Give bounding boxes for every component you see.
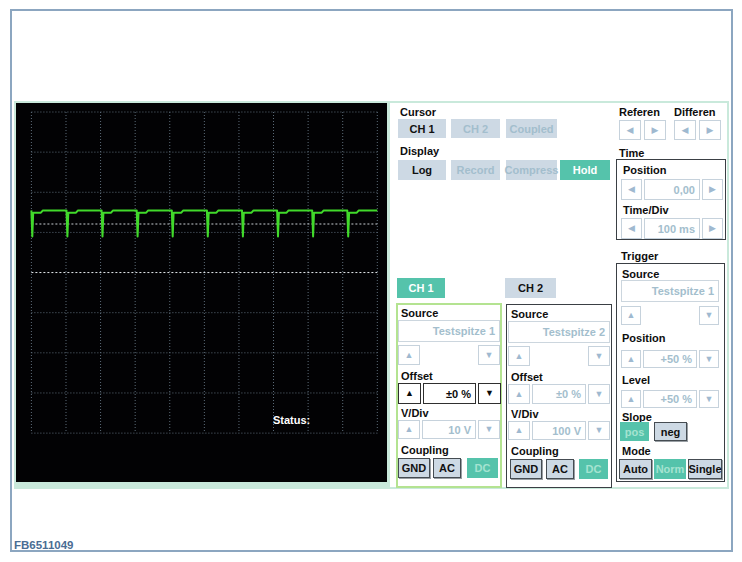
cursor-section-label: Cursor: [400, 107, 436, 118]
ch2-offset-up-button[interactable]: ▲: [508, 384, 530, 404]
ch1-vdiv-up-button[interactable]: ▲: [398, 420, 420, 439]
ch1-coupling-gnd-button[interactable]: GND: [398, 458, 430, 478]
display-record-button[interactable]: Record: [451, 160, 500, 180]
ch2-coupling-dc-button[interactable]: DC: [579, 459, 608, 479]
ch2-offset-value: ±0 %: [532, 384, 586, 404]
ch2-coupling-ac-button[interactable]: AC: [546, 459, 574, 479]
reference-section-label: Referen: [619, 107, 660, 118]
ch1-coupling-ac-button[interactable]: AC: [433, 458, 461, 478]
up-arrow-icon: ▲: [405, 389, 414, 398]
channel1-panel: Source Testspitze 1 ▲ ▼ Offset ▲ ±0 % ▼ …: [396, 303, 502, 488]
up-arrow-icon: ▲: [405, 351, 414, 360]
time-section-label: Time: [619, 148, 644, 159]
time-position-value: 0,00: [644, 179, 700, 200]
left-arrow-icon: ◀: [628, 185, 635, 194]
up-arrow-icon: ▲: [627, 311, 636, 320]
down-arrow-icon: ▼: [595, 390, 604, 399]
ch2-coupling-gnd-button[interactable]: GND: [510, 459, 542, 479]
trigger-mode-single-button[interactable]: Single: [688, 459, 722, 479]
left-arrow-icon: ◀: [682, 126, 689, 135]
ch2-source-down-button[interactable]: ▼: [588, 346, 610, 366]
trigger-source-label: Source: [622, 269, 659, 280]
ch2-vdiv-down-button[interactable]: ▼: [588, 421, 610, 440]
trigger-level-down-button[interactable]: ▼: [699, 390, 719, 408]
display-log-button[interactable]: Log: [398, 160, 446, 180]
trigger-source-down-button[interactable]: ▼: [699, 306, 719, 325]
time-position-increase-button[interactable]: ▶: [702, 179, 723, 200]
down-arrow-icon: ▼: [485, 425, 494, 434]
ch1-offset-down-button[interactable]: ▼: [478, 383, 501, 404]
ch1-offset-label: Offset: [401, 371, 433, 382]
difference-prev-button[interactable]: ◀: [674, 120, 696, 140]
trigger-slope-neg-button[interactable]: neg: [654, 422, 687, 441]
cursor-ch2-button[interactable]: CH 2: [451, 119, 500, 138]
down-arrow-icon: ▼: [595, 352, 604, 361]
time-div-decrease-button[interactable]: ◀: [621, 218, 642, 239]
down-arrow-icon: ▼: [485, 351, 494, 360]
down-arrow-icon: ▼: [705, 395, 714, 404]
cursor-coupled-button[interactable]: Coupled: [506, 119, 557, 138]
trigger-position-down-button[interactable]: ▼: [699, 350, 719, 368]
trigger-mode-auto-button[interactable]: Auto: [619, 459, 652, 479]
display-hold-button[interactable]: Hold: [560, 160, 610, 180]
trigger-position-value: +50 %: [643, 350, 697, 368]
trigger-position-up-button[interactable]: ▲: [621, 350, 641, 368]
time-position-decrease-button[interactable]: ◀: [621, 179, 642, 200]
down-arrow-icon: ▼: [485, 389, 494, 398]
ch1-coupling-label: Coupling: [401, 445, 449, 456]
channel2-select-button[interactable]: CH 2: [505, 278, 556, 298]
up-arrow-icon: ▲: [515, 352, 524, 361]
trigger-level-value: +50 %: [643, 390, 697, 408]
trigger-source-value: Testspitze 1: [621, 280, 719, 302]
ch2-offset-label: Offset: [511, 372, 543, 383]
ch1-offset-value: ±0 %: [423, 383, 476, 404]
channel2-panel: Source Testspitze 2 ▲ ▼ Offset ▲ ±0 % ▼ …: [506, 304, 612, 488]
ch2-vdiv-value: 100 V: [532, 421, 586, 440]
reference-prev-button[interactable]: ◀: [619, 120, 641, 140]
trigger-position-label: Position: [622, 333, 665, 344]
difference-next-button[interactable]: ▶: [699, 120, 721, 140]
trigger-mode-label: Mode: [622, 446, 651, 457]
right-arrow-icon: ▶: [709, 185, 716, 194]
time-position-label: Position: [623, 165, 666, 176]
ch1-vdiv-down-button[interactable]: ▼: [478, 420, 500, 439]
down-arrow-icon: ▼: [595, 426, 604, 435]
trigger-level-up-button[interactable]: ▲: [621, 390, 641, 408]
ch1-offset-up-button[interactable]: ▲: [398, 383, 421, 404]
ch2-source-up-button[interactable]: ▲: [508, 346, 530, 366]
left-arrow-icon: ◀: [627, 126, 634, 135]
oscilloscope-app: { "colors": { "frame_border": "#8ca6c0",…: [0, 0, 742, 562]
ch1-vdiv-value: 10 V: [422, 420, 476, 439]
ch1-vdiv-label: V/Div: [401, 408, 429, 419]
ch1-source-down-button[interactable]: ▼: [478, 345, 500, 365]
ch2-source-label: Source: [511, 309, 548, 320]
time-group-box: Position ◀ 0,00 ▶ Time/Div ◀ 100 ms ▶: [616, 159, 726, 240]
trigger-section-label: Trigger: [621, 251, 658, 262]
channel1-select-button[interactable]: CH 1: [397, 278, 445, 298]
ch2-offset-down-button[interactable]: ▼: [588, 384, 610, 404]
ch2-vdiv-label: V/Div: [511, 409, 539, 420]
document-code: FB6511049: [14, 539, 73, 551]
trigger-mode-norm-button[interactable]: Norm: [654, 459, 686, 479]
display-section-label: Display: [400, 146, 439, 157]
waveform-plot: [16, 103, 387, 482]
ch1-coupling-dc-button[interactable]: DC: [467, 458, 498, 478]
right-arrow-icon: ▶: [709, 224, 716, 233]
cursor-ch1-button[interactable]: CH 1: [398, 119, 446, 138]
up-arrow-icon: ▲: [627, 355, 636, 364]
oscilloscope-display: Status:: [16, 103, 390, 487]
trigger-group-box: Source Testspitze 1 ▲ ▼ Position ▲ +50 %…: [616, 263, 725, 482]
down-arrow-icon: ▼: [705, 355, 714, 364]
display-compress-button[interactable]: Compress: [506, 160, 557, 180]
time-div-label: Time/Div: [623, 205, 669, 216]
trigger-level-label: Level: [622, 375, 650, 386]
right-arrow-icon: ▶: [652, 126, 659, 135]
ch1-source-value: Testspitze 1: [398, 320, 500, 342]
status-label: Status:: [273, 415, 310, 426]
trigger-slope-pos-button[interactable]: pos: [620, 422, 649, 441]
time-div-increase-button[interactable]: ▶: [702, 218, 723, 239]
reference-next-button[interactable]: ▶: [644, 120, 666, 140]
ch2-vdiv-up-button[interactable]: ▲: [508, 421, 530, 440]
ch1-source-up-button[interactable]: ▲: [398, 345, 420, 365]
trigger-source-up-button[interactable]: ▲: [621, 306, 641, 325]
